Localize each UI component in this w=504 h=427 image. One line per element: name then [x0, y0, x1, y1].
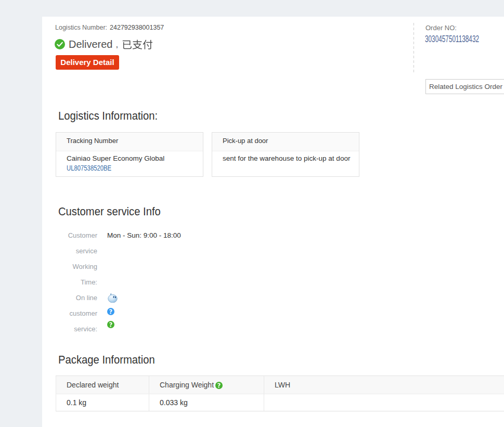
lwh-value	[264, 394, 504, 411]
question-circle-green-icon[interactable]	[107, 321, 118, 328]
logistics-number-value: 242792938001357	[110, 24, 164, 31]
package-table: Declared weight Charging Weight LWH 0.1 …	[56, 376, 504, 411]
working-time-row: Customer service Working Time: Mon - Sun…	[56, 228, 316, 290]
check-circle-icon	[55, 39, 65, 49]
logistics-number-line: Logistics Number:242792938001357	[55, 23, 164, 32]
pickup-description: sent for the warehouse to pick-up at doo…	[223, 153, 359, 163]
package-table-row: 0.1 kg 0.033 kg	[56, 394, 504, 411]
col-charging-weight: Charging Weight	[149, 376, 264, 394]
online-service-label: On line customer service:	[56, 290, 97, 337]
dashed-divider	[413, 23, 414, 73]
aliwangwang-chat-icon[interactable]	[107, 293, 118, 303]
question-circle-green-icon[interactable]	[215, 382, 223, 389]
status-comma: ,	[115, 40, 118, 50]
package-information-heading: Package Information	[58, 354, 155, 366]
logistics-information-heading: Logistics Information:	[58, 110, 158, 122]
related-logistics-order-button[interactable]: Related Logistics Order	[425, 79, 504, 94]
delivery-detail-button[interactable]: Delivery Detail	[56, 55, 119, 70]
col-declared-weight: Declared weight	[56, 376, 149, 394]
card-title: Pick-up at door	[212, 133, 359, 151]
declared-weight-value: 0.1 kg	[56, 394, 149, 411]
card-title: Tracking Number	[56, 133, 203, 151]
order-no-link[interactable]: 3030457501138432	[425, 33, 479, 45]
order-no-label: Order NO:	[425, 24, 457, 32]
package-table-header-row: Declared weight Charging Weight LWH	[56, 376, 504, 394]
customer-service-heading: Customer service Info	[58, 205, 161, 218]
charging-weight-value: 0.033 kg	[149, 394, 264, 411]
working-time-value: Mon - Sun: 9:00 - 18:00	[107, 228, 181, 290]
delivery-status-row: Delivered ,	[55, 38, 153, 50]
question-circle-blue-icon[interactable]	[107, 308, 118, 315]
status-text-cn	[122, 40, 153, 49]
status-text-en: Delivered	[69, 38, 112, 50]
tracking-carrier: Cainiao Super Economy Global	[67, 153, 203, 163]
content-panel: Logistics Number:242792938001357 Deliver…	[42, 17, 504, 427]
tracking-number-card: Tracking Number Cainiao Super Economy Gl…	[56, 132, 203, 177]
online-service-row: On line customer service:	[56, 290, 316, 337]
pickup-card: Pick-up at door sent for the warehouse t…	[212, 132, 359, 177]
online-service-icons	[107, 290, 118, 337]
col-lwh: LWH	[264, 376, 504, 394]
logistics-cards: Tracking Number Cainiao Super Economy Gl…	[56, 132, 368, 177]
customer-service-info: Customer service Working Time: Mon - Sun…	[56, 228, 316, 337]
logistics-number-label: Logistics Number:	[55, 24, 107, 31]
tracking-number-link[interactable]: UL807538520BE	[67, 163, 111, 173]
working-time-label: Customer service Working Time:	[56, 228, 97, 290]
